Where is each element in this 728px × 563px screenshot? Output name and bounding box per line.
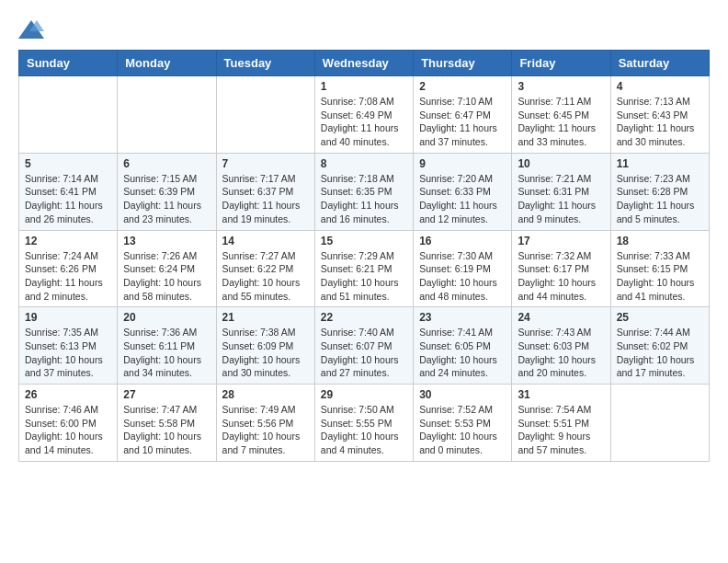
day-number: 9 [419, 157, 506, 170]
day-number: 23 [419, 311, 506, 324]
calendar-cell: 26Sunrise: 7:46 AM Sunset: 6:00 PM Dayli… [19, 385, 118, 462]
day-number: 4 [617, 80, 703, 93]
day-info: Sunrise: 7:49 AM Sunset: 5:56 PM Dayligh… [222, 403, 309, 457]
calendar-cell: 14Sunrise: 7:27 AM Sunset: 6:22 PM Dayli… [216, 230, 314, 307]
day-info: Sunrise: 7:13 AM Sunset: 6:43 PM Dayligh… [617, 95, 703, 149]
day-info: Sunrise: 7:18 AM Sunset: 6:35 PM Dayligh… [321, 172, 407, 226]
day-number: 25 [617, 311, 703, 324]
weekday-header-saturday: Saturday [610, 51, 709, 76]
day-number: 6 [123, 157, 210, 170]
calendar-week-1: 1Sunrise: 7:08 AM Sunset: 6:49 PM Daylig… [19, 76, 710, 154]
day-number: 31 [518, 388, 604, 401]
day-info: Sunrise: 7:27 AM Sunset: 6:22 PM Dayligh… [222, 249, 309, 304]
day-info: Sunrise: 7:46 AM Sunset: 6:00 PM Dayligh… [25, 403, 111, 457]
weekday-header-friday: Friday [512, 51, 610, 76]
day-number: 18 [617, 235, 703, 247]
weekday-header-thursday: Thursday [414, 51, 512, 76]
calendar-cell: 25Sunrise: 7:44 AM Sunset: 6:02 PM Dayli… [610, 307, 709, 385]
calendar-cell: 11Sunrise: 7:23 AM Sunset: 6:28 PM Dayli… [610, 153, 709, 230]
calendar-cell: 13Sunrise: 7:26 AM Sunset: 6:24 PM Dayli… [118, 230, 216, 307]
day-info: Sunrise: 7:54 AM Sunset: 5:51 PM Dayligh… [518, 403, 604, 457]
day-info: Sunrise: 7:29 AM Sunset: 6:21 PM Dayligh… [321, 249, 407, 304]
weekday-header-row: SundayMondayTuesdayWednesdayThursdayFrid… [19, 51, 710, 76]
calendar-cell: 15Sunrise: 7:29 AM Sunset: 6:21 PM Dayli… [314, 230, 413, 307]
day-info: Sunrise: 7:43 AM Sunset: 6:03 PM Dayligh… [518, 326, 604, 380]
day-number: 11 [617, 157, 703, 170]
day-number: 24 [518, 311, 604, 324]
calendar-cell: 29Sunrise: 7:50 AM Sunset: 5:55 PM Dayli… [314, 385, 413, 462]
calendar-cell: 6Sunrise: 7:15 AM Sunset: 6:39 PM Daylig… [118, 153, 216, 230]
calendar-cell: 23Sunrise: 7:41 AM Sunset: 6:05 PM Dayli… [414, 307, 512, 385]
day-info: Sunrise: 7:40 AM Sunset: 6:07 PM Dayligh… [321, 326, 407, 380]
calendar-cell: 31Sunrise: 7:54 AM Sunset: 5:51 PM Dayli… [512, 385, 610, 462]
day-number: 29 [321, 388, 407, 401]
day-number: 13 [123, 235, 210, 247]
day-number: 16 [419, 235, 506, 247]
calendar-cell [19, 76, 118, 154]
day-info: Sunrise: 7:17 AM Sunset: 6:37 PM Dayligh… [222, 172, 309, 226]
calendar-cell: 21Sunrise: 7:38 AM Sunset: 6:09 PM Dayli… [216, 307, 314, 385]
day-info: Sunrise: 7:08 AM Sunset: 6:49 PM Dayligh… [321, 95, 407, 149]
calendar-cell: 17Sunrise: 7:32 AM Sunset: 6:17 PM Dayli… [512, 230, 610, 307]
calendar-cell: 8Sunrise: 7:18 AM Sunset: 6:35 PM Daylig… [314, 153, 413, 230]
weekday-header-tuesday: Tuesday [216, 51, 314, 76]
day-number: 3 [518, 80, 604, 93]
day-info: Sunrise: 7:30 AM Sunset: 6:19 PM Dayligh… [419, 249, 506, 304]
calendar-cell: 22Sunrise: 7:40 AM Sunset: 6:07 PM Dayli… [314, 307, 413, 385]
calendar-cell: 28Sunrise: 7:49 AM Sunset: 5:56 PM Dayli… [216, 385, 314, 462]
calendar-body: 1Sunrise: 7:08 AM Sunset: 6:49 PM Daylig… [19, 76, 710, 462]
calendar-cell [216, 76, 314, 154]
day-info: Sunrise: 7:10 AM Sunset: 6:47 PM Dayligh… [419, 95, 506, 149]
calendar-cell: 3Sunrise: 7:11 AM Sunset: 6:45 PM Daylig… [512, 76, 610, 154]
day-number: 5 [25, 157, 111, 170]
weekday-header-sunday: Sunday [19, 51, 118, 76]
weekday-header-monday: Monday [118, 51, 216, 76]
day-info: Sunrise: 7:41 AM Sunset: 6:05 PM Dayligh… [419, 326, 506, 380]
calendar-week-2: 5Sunrise: 7:14 AM Sunset: 6:41 PM Daylig… [19, 153, 710, 230]
day-info: Sunrise: 7:50 AM Sunset: 5:55 PM Dayligh… [321, 403, 407, 457]
calendar-cell: 9Sunrise: 7:20 AM Sunset: 6:33 PM Daylig… [414, 153, 512, 230]
day-info: Sunrise: 7:15 AM Sunset: 6:39 PM Dayligh… [123, 172, 210, 226]
calendar-cell: 19Sunrise: 7:35 AM Sunset: 6:13 PM Dayli… [19, 307, 118, 385]
day-number: 17 [518, 235, 604, 247]
calendar-cell: 18Sunrise: 7:33 AM Sunset: 6:15 PM Dayli… [610, 230, 709, 307]
logo-icon [18, 18, 44, 40]
calendar-cell [118, 76, 216, 154]
day-number: 15 [321, 235, 407, 247]
calendar-cell: 20Sunrise: 7:36 AM Sunset: 6:11 PM Dayli… [118, 307, 216, 385]
day-number: 8 [321, 157, 407, 170]
calendar-cell: 10Sunrise: 7:21 AM Sunset: 6:31 PM Dayli… [512, 153, 610, 230]
calendar-cell [610, 385, 709, 462]
day-info: Sunrise: 7:23 AM Sunset: 6:28 PM Dayligh… [617, 172, 703, 226]
day-info: Sunrise: 7:47 AM Sunset: 5:58 PM Dayligh… [123, 403, 210, 457]
day-number: 14 [222, 235, 309, 247]
calendar-cell: 2Sunrise: 7:10 AM Sunset: 6:47 PM Daylig… [414, 76, 512, 154]
header [18, 18, 710, 40]
day-number: 28 [222, 388, 309, 401]
day-number: 30 [419, 388, 506, 401]
day-number: 12 [25, 235, 111, 247]
day-number: 21 [222, 311, 309, 324]
day-number: 19 [25, 311, 111, 324]
logo [18, 18, 48, 40]
day-info: Sunrise: 7:24 AM Sunset: 6:26 PM Dayligh… [25, 249, 111, 304]
calendar-cell: 27Sunrise: 7:47 AM Sunset: 5:58 PM Dayli… [118, 385, 216, 462]
calendar-week-3: 12Sunrise: 7:24 AM Sunset: 6:26 PM Dayli… [19, 230, 710, 307]
day-info: Sunrise: 7:26 AM Sunset: 6:24 PM Dayligh… [123, 249, 210, 304]
day-number: 27 [123, 388, 210, 401]
day-info: Sunrise: 7:11 AM Sunset: 6:45 PM Dayligh… [518, 95, 604, 149]
calendar-cell: 24Sunrise: 7:43 AM Sunset: 6:03 PM Dayli… [512, 307, 610, 385]
calendar-cell: 30Sunrise: 7:52 AM Sunset: 5:53 PM Dayli… [414, 385, 512, 462]
calendar-cell: 7Sunrise: 7:17 AM Sunset: 6:37 PM Daylig… [216, 153, 314, 230]
calendar-cell: 5Sunrise: 7:14 AM Sunset: 6:41 PM Daylig… [19, 153, 118, 230]
calendar: SundayMondayTuesdayWednesdayThursdayFrid… [18, 50, 710, 462]
day-info: Sunrise: 7:44 AM Sunset: 6:02 PM Dayligh… [617, 326, 703, 380]
day-info: Sunrise: 7:33 AM Sunset: 6:15 PM Dayligh… [617, 249, 703, 304]
day-info: Sunrise: 7:52 AM Sunset: 5:53 PM Dayligh… [419, 403, 506, 457]
day-number: 2 [419, 80, 506, 93]
calendar-cell: 1Sunrise: 7:08 AM Sunset: 6:49 PM Daylig… [314, 76, 413, 154]
calendar-cell: 12Sunrise: 7:24 AM Sunset: 6:26 PM Dayli… [19, 230, 118, 307]
calendar-week-4: 19Sunrise: 7:35 AM Sunset: 6:13 PM Dayli… [19, 307, 710, 385]
day-info: Sunrise: 7:38 AM Sunset: 6:09 PM Dayligh… [222, 326, 309, 380]
weekday-header-wednesday: Wednesday [314, 51, 413, 76]
